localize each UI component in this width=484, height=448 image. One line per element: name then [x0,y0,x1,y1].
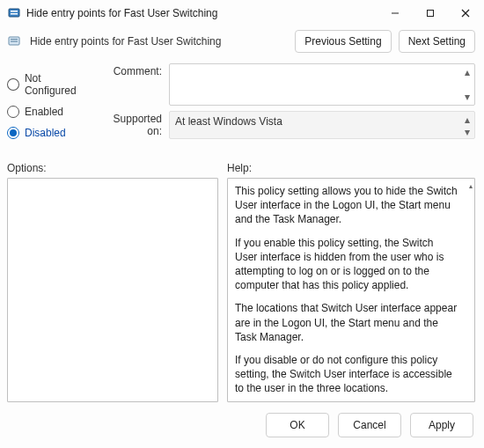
state-radio-group: Not Configured Enabled Disabled [7,63,95,148]
svg-rect-9 [11,41,18,42]
dialog-footer: OK Cancel Apply [0,402,484,448]
cancel-button[interactable]: Cancel [338,413,401,437]
radio-not-configured[interactable]: Not Configured [7,72,95,97]
svg-rect-4 [428,11,434,17]
window-title: Hide entry points for Fast User Switchin… [26,7,380,19]
help-pane: ▴ This policy setting allows you to hide… [227,178,475,402]
minimize-button[interactable] [380,2,410,25]
radio-circle-icon [7,127,19,139]
apply-button[interactable]: Apply [410,413,473,437]
options-pane [7,178,218,402]
svg-rect-2 [11,13,18,15]
previous-setting-button[interactable]: Previous Setting [295,30,391,53]
options-label: Options: [7,162,218,174]
header-row: Hide entry points for Fast User Switchin… [0,26,484,60]
help-paragraph: The locations that Switch User interface… [235,301,458,344]
help-paragraph: If you enable this policy setting, the S… [235,236,458,293]
radio-circle-icon [7,106,19,118]
supported-on-value: At least Windows Vista [175,115,282,128]
svg-rect-8 [11,39,18,40]
radio-label: Not Configured [25,72,95,97]
scroll-up-icon[interactable]: ▴ [469,182,473,192]
supported-on-label: Supported on: [100,111,162,137]
help-paragraph: This policy setting allows you to hide t… [235,184,458,227]
comment-label: Comment: [100,63,162,77]
help-paragraph: If you disable or do not configure this … [235,353,458,396]
policy-icon [7,34,21,48]
radio-disabled[interactable]: Disabled [7,127,95,139]
close-button[interactable] [451,2,480,25]
scrollbar-icon: ▴▾ [462,66,473,103]
comment-textarea[interactable]: ▴▾ [169,63,475,106]
gpo-editor-window: Hide entry points for Fast User Switchin… [0,0,484,448]
config-area: Not Configured Enabled Disabled Comment:… [0,60,484,153]
radio-circle-icon [7,78,19,91]
scrollbar-icon: ▴▾ [462,114,473,136]
svg-rect-0 [9,9,19,17]
meta-column: Comment: ▴▾ Supported on: At least Windo… [100,63,475,148]
radio-enabled[interactable]: Enabled [7,106,95,118]
ok-button[interactable]: OK [266,413,329,437]
radio-label: Enabled [25,106,63,118]
maximize-button[interactable] [415,2,445,25]
svg-rect-1 [11,11,18,12]
next-setting-button[interactable]: Next Setting [399,30,475,53]
radio-label: Disabled [25,127,66,139]
titlebar: Hide entry points for Fast User Switchin… [0,0,484,26]
app-icon [7,6,21,20]
help-label: Help: [227,162,475,174]
supported-on-field: At least Windows Vista ▴▾ [169,111,475,139]
policy-title: Hide entry points for Fast User Switchin… [28,35,288,48]
